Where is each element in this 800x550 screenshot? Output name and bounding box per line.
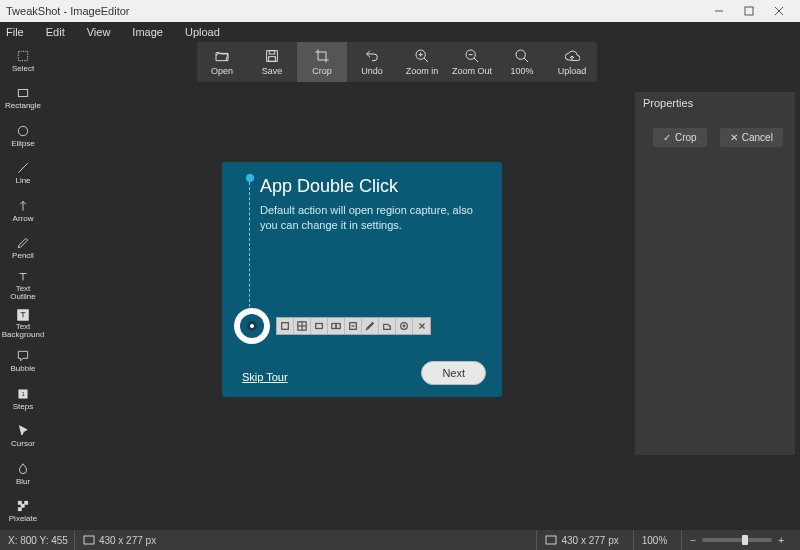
tour-highlight-ring (234, 308, 270, 344)
steps-icon: 1 (16, 387, 30, 401)
status-bar: X: 800 Y: 455 430 x 277 px 430 x 277 px … (0, 530, 800, 550)
zoom-minus-icon[interactable]: − (690, 535, 696, 546)
properties-title: Properties (635, 92, 795, 114)
zoom-out-button[interactable]: Zoom Out (447, 42, 497, 82)
properties-panel: Properties ✓Crop ✕Cancel (635, 92, 795, 455)
svg-point-37 (403, 325, 405, 327)
menu-edit[interactable]: Edit (46, 26, 65, 38)
zoom-icon (514, 48, 530, 64)
svg-line-19 (18, 164, 27, 173)
pixelate-tool[interactable]: Pixelate (0, 492, 46, 530)
svg-point-36 (401, 323, 408, 330)
pixelate-icon (16, 499, 30, 513)
dimension-icon (545, 535, 557, 545)
text-bg-icon (16, 308, 30, 322)
check-icon: ✓ (663, 132, 671, 143)
undo-button[interactable]: Undo (347, 42, 397, 82)
tool-sidebar: Select Rectangle Ellipse Line Arrow Penc… (0, 42, 46, 530)
title-bar: TweakShot - ImageEditor (0, 0, 800, 22)
crop-apply-button[interactable]: ✓Crop (653, 128, 707, 147)
menu-view[interactable]: View (87, 26, 111, 38)
svg-point-14 (516, 50, 525, 59)
menu-file[interactable]: File (6, 26, 24, 38)
svg-rect-34 (336, 324, 340, 329)
status-dim1: 430 x 277 px (99, 535, 156, 546)
status-coords: X: 800 Y: 455 (8, 535, 68, 546)
close-button[interactable] (764, 0, 794, 22)
menu-bar: File Edit View Image Upload (0, 22, 800, 42)
line-tool[interactable]: Line (0, 155, 46, 193)
tour-indicator-dot (246, 174, 254, 182)
zoom-plus-icon[interactable]: + (778, 535, 784, 546)
undo-icon (364, 48, 380, 64)
ellipse-icon (16, 124, 30, 138)
arrow-tool[interactable]: Arrow (0, 192, 46, 230)
svg-line-8 (424, 58, 428, 62)
text-outline-tool[interactable]: Text Outline (0, 267, 46, 305)
svg-rect-25 (25, 501, 28, 504)
rectangle-icon (16, 86, 30, 100)
zoom-slider[interactable] (702, 538, 772, 542)
status-dim2: 430 x 277 px (561, 535, 618, 546)
zoom-in-button[interactable]: Zoom in (397, 42, 447, 82)
crop-cancel-button[interactable]: ✕Cancel (720, 128, 783, 147)
svg-rect-28 (282, 323, 289, 330)
svg-rect-27 (18, 508, 21, 511)
crop-button[interactable]: Crop (297, 42, 347, 82)
cursor-tool[interactable]: Cursor (0, 417, 46, 455)
crop-icon (314, 48, 330, 64)
svg-rect-41 (546, 536, 556, 544)
svg-rect-26 (21, 504, 24, 507)
next-button[interactable]: Next (421, 361, 486, 385)
tour-connector-line (249, 182, 250, 312)
cloud-upload-icon (564, 48, 580, 64)
tour-popup: App Double Click Default action will ope… (222, 162, 502, 397)
main-toolbar: Open Save Crop Undo Zoom in Zoom Out 100… (197, 42, 597, 82)
svg-line-15 (524, 58, 528, 62)
select-icon (16, 49, 30, 63)
tour-body: Default action will open region capture,… (260, 203, 486, 234)
blur-tool[interactable]: Blur (0, 455, 46, 493)
svg-rect-17 (18, 90, 27, 97)
svg-rect-6 (269, 57, 276, 62)
tour-title: App Double Click (260, 176, 486, 197)
menu-image[interactable]: Image (132, 26, 163, 38)
dimension-icon (83, 535, 95, 545)
steps-tool[interactable]: 1Steps (0, 380, 46, 418)
open-button[interactable]: Open (197, 42, 247, 82)
menu-upload[interactable]: Upload (185, 26, 220, 38)
save-icon (264, 48, 280, 64)
ellipse-tool[interactable]: Ellipse (0, 117, 46, 155)
folder-open-icon (214, 48, 230, 64)
svg-line-12 (474, 58, 478, 62)
arrow-icon (16, 199, 30, 213)
line-icon (16, 161, 30, 175)
save-button[interactable]: Save (247, 42, 297, 82)
minimize-button[interactable] (704, 0, 734, 22)
svg-rect-5 (269, 51, 274, 54)
cursor-icon (16, 424, 30, 438)
app-title: TweakShot - ImageEditor (6, 5, 130, 17)
x-icon: ✕ (730, 132, 738, 143)
zoom-100-button[interactable]: 100% (497, 42, 547, 82)
upload-button[interactable]: Upload (547, 42, 597, 82)
svg-rect-40 (84, 536, 94, 544)
svg-rect-32 (316, 324, 323, 329)
text-background-tool[interactable]: Text Background (0, 305, 46, 343)
text-outline-icon (16, 270, 30, 284)
zoom-in-icon (414, 48, 430, 64)
select-tool[interactable]: Select (0, 42, 46, 80)
svg-point-18 (18, 126, 27, 135)
zoom-slider-thumb[interactable] (742, 535, 748, 545)
mini-toolbar-preview (276, 317, 431, 335)
rectangle-tool[interactable]: Rectangle (0, 80, 46, 118)
svg-rect-1 (745, 7, 753, 15)
status-zoom: 100% (642, 535, 668, 546)
pencil-tool[interactable]: Pencil (0, 230, 46, 268)
bubble-tool[interactable]: Bubble (0, 342, 46, 380)
bubble-icon (16, 349, 30, 363)
skip-tour-link[interactable]: Skip Tour (242, 371, 288, 383)
zoom-out-icon (464, 48, 480, 64)
maximize-button[interactable] (734, 0, 764, 22)
blur-icon (16, 462, 30, 476)
